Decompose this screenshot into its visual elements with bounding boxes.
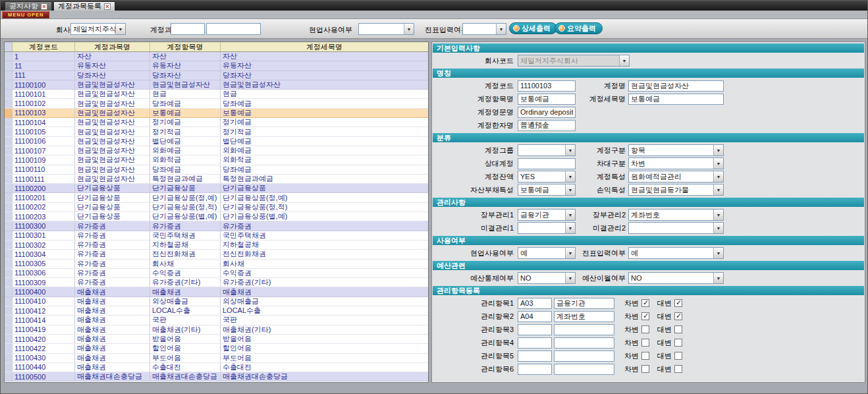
- account-hanja-name-input[interactable]: [518, 120, 576, 131]
- mgmt-item-code-input[interactable]: [518, 337, 552, 349]
- ledger-mgmt1-select[interactable]: 금융기관 ▼: [518, 209, 576, 221]
- debit-credit-gubun-select[interactable]: 차변 ▼: [628, 157, 724, 169]
- summary-print-button[interactable]: 요약출력: [555, 22, 603, 34]
- table-row[interactable]: 11100105현금및현금성자산정기적금정기적금: [5, 127, 428, 136]
- debit-checkbox[interactable]: [641, 325, 649, 333]
- account-code-input[interactable]: [518, 80, 576, 92]
- debit-checkbox[interactable]: [641, 299, 649, 307]
- table-row[interactable]: 11100430매출채권부도어음부도어음: [5, 354, 428, 363]
- table-row[interactable]: 11100200단기금융상품단기금융상품단기금융상품: [5, 184, 428, 193]
- table-row[interactable]: 11100414매출채권국판국판: [5, 316, 428, 325]
- credit-checkbox[interactable]: [674, 352, 682, 360]
- table-row[interactable]: 11100410매출채권외상매출금외상매출금: [5, 297, 428, 306]
- table-row[interactable]: 11100110현금및현금성자산당좌예금당좌예금: [5, 165, 428, 175]
- mgmt-item-name-input[interactable]: [554, 324, 614, 335]
- table-row[interactable]: 11100203단기금융상품단기금융상품(별,예)단기금융상품(별,예): [5, 212, 428, 221]
- mgmt-item-name-input[interactable]: [554, 311, 614, 322]
- mgmt-item-code-input[interactable]: [518, 364, 552, 375]
- tab-account-registration[interactable]: 계정과목등록 ×: [53, 1, 115, 11]
- credit-checkbox[interactable]: [674, 365, 682, 373]
- company-code-select[interactable]: 제일저지주식회사 ▼: [518, 55, 630, 67]
- table-row[interactable]: 11100101현금및현금성자산현금현금: [5, 90, 428, 99]
- ledger-mgmt2-select[interactable]: 계좌번호 ▼: [628, 209, 724, 221]
- budget-carryover-select[interactable]: NO ▼: [628, 272, 724, 284]
- table-row[interactable]: 111당좌자산당좌자산당좌자산: [5, 71, 428, 80]
- table-row[interactable]: 11100304유가증권전신전화채권전신전화채권: [5, 250, 428, 259]
- budget-control-label: 예산통제여부: [432, 273, 518, 283]
- account-code-search-input[interactable]: [171, 23, 205, 35]
- mgmt-item-code-input[interactable]: [518, 324, 552, 335]
- account-balance-select[interactable]: YES ▼: [518, 171, 576, 183]
- account-item-name-input[interactable]: [518, 94, 576, 105]
- table-row[interactable]: 11100107현금및현금성자산외화예금외화예금: [5, 146, 428, 155]
- table-row[interactable]: 11100422매출채권할인어음할인어음: [5, 344, 428, 353]
- detail-print-button[interactable]: 상세출력: [509, 22, 557, 34]
- mgmt-item-code-input[interactable]: [518, 311, 552, 322]
- debit-checkbox[interactable]: [641, 312, 649, 320]
- pending-mgmt2-select[interactable]: ▼: [628, 222, 724, 234]
- table-row[interactable]: 1자산자산자산: [5, 52, 428, 61]
- debit-checkbox[interactable]: [641, 339, 649, 347]
- close-icon[interactable]: ×: [104, 3, 111, 10]
- asset-liability-character-select[interactable]: 보통예금 ▼: [518, 184, 576, 196]
- account-group-select[interactable]: ▼: [518, 144, 576, 156]
- credit-checkbox[interactable]: [674, 339, 682, 347]
- budget-control-select[interactable]: NO ▼: [518, 272, 576, 284]
- table-row[interactable]: 11100104현금및현금성자산정기예금정기예금: [5, 118, 428, 127]
- field-use-filter-select[interactable]: ▼: [358, 23, 414, 35]
- table-row[interactable]: 11100440매출채권수출대전수출대전: [5, 363, 428, 372]
- mgmt-item-name-input[interactable]: [554, 337, 614, 349]
- mgmt-item-name-input[interactable]: [554, 364, 614, 375]
- table-row[interactable]: 11100302유가증권지하철공채지하철공채: [5, 240, 428, 250]
- mgmt-item-code-input[interactable]: [518, 298, 552, 309]
- profit-loss-character-select[interactable]: 현금및현금등가물 ▼: [628, 184, 724, 196]
- table-row[interactable]: 11100419매출채권매출채권(기타)매출채권(기타): [5, 325, 428, 335]
- table-row[interactable]: 11100100현금및현금성자산현금및현금성자산현금및현금성자산: [5, 80, 428, 90]
- table-row[interactable]: 11100102현금및현금성자산당좌예금당좌예금: [5, 99, 428, 108]
- table-row[interactable]: 11100111현금및현금성자산특정현금과예금특정현금과예금: [5, 175, 428, 184]
- mgmt-item-name-input[interactable]: [554, 298, 614, 309]
- table-row[interactable]: 11100202단기금융상품단기금융상품(정,적)단기금융상품(정,적): [5, 203, 428, 212]
- table-row[interactable]: 11유동자산유동자산유동자산: [5, 61, 428, 70]
- field-use-select[interactable]: 예 ▼: [518, 247, 576, 259]
- account-name-search-input[interactable]: [206, 23, 261, 35]
- account-character-select[interactable]: 원화예적금관리 ▼: [628, 171, 724, 183]
- cell-code: 11100300: [13, 221, 75, 230]
- table-row[interactable]: 11100301유가증권국민주택채권국민주택채권: [5, 231, 428, 240]
- table-row[interactable]: 11100305유가증권회사채회사채: [5, 260, 428, 269]
- mgmt-item-name-input[interactable]: [554, 351, 614, 362]
- credit-checkbox[interactable]: [674, 325, 682, 333]
- account-gubun-select[interactable]: 항목 ▼: [628, 144, 724, 156]
- pending-mgmt1-select[interactable]: ▼: [518, 222, 576, 234]
- account-detail-name-input[interactable]: [628, 94, 724, 105]
- account-english-name-input[interactable]: [518, 107, 576, 118]
- debit-checkbox[interactable]: [641, 365, 649, 373]
- contra-account-input[interactable]: [518, 158, 576, 169]
- table-row[interactable]: 11100412매출채권LOCAL수출LOCAL수출: [5, 306, 428, 316]
- slip-input-filter-select[interactable]: ▼: [462, 23, 506, 35]
- table-row[interactable]: 11100500매출채권대손충당금매출채권대손충당금매출채권대손충당금: [5, 372, 428, 381]
- cell-item: 받을어음: [150, 335, 221, 343]
- close-icon[interactable]: ×: [41, 3, 47, 10]
- credit-checkbox[interactable]: [674, 299, 682, 307]
- tab-notice[interactable]: 공지사항 ×: [5, 1, 52, 11]
- credit-checkbox[interactable]: [674, 312, 682, 320]
- cell-code: 11100104: [13, 118, 75, 127]
- table-row[interactable]: 11100109현금및현금성자산외화적금외화적금: [5, 155, 428, 165]
- table-row[interactable]: 11100201단기금융상품단기금융상품(정,예)단기금융상품(정,예): [5, 193, 428, 202]
- account-name-input[interactable]: [628, 80, 724, 92]
- table-row[interactable]: 11100400매출채권매출채권매출채권: [5, 287, 428, 296]
- table-row[interactable]: 11100309유가증권유가증권(기타)유가증권(기타): [5, 278, 428, 287]
- table-row[interactable]: 11100420매출채권받을어음받을어음: [5, 335, 428, 344]
- debit-checkbox[interactable]: [641, 352, 649, 360]
- mgmt-item-code-input[interactable]: [518, 351, 552, 362]
- table-row[interactable]: 11100300유가증권유가증권유가증권: [5, 221, 428, 231]
- table-row[interactable]: 11100106현금및현금성자산별단예금별단예금: [5, 137, 428, 146]
- slip-use-select[interactable]: 예 ▼: [628, 247, 724, 259]
- company-select[interactable]: 제일저지주식회사 ▼: [70, 23, 126, 35]
- row-marker: [5, 287, 13, 296]
- table-row[interactable]: 11100306유가증권수익증권수익증권: [5, 269, 428, 278]
- table-row[interactable]: 11100103현금및현금성자산보통예금보통예금: [5, 109, 428, 118]
- field-row: 계정코드 계정명: [432, 79, 865, 92]
- menu-open-button[interactable]: MENU OPEN: [2, 11, 49, 18]
